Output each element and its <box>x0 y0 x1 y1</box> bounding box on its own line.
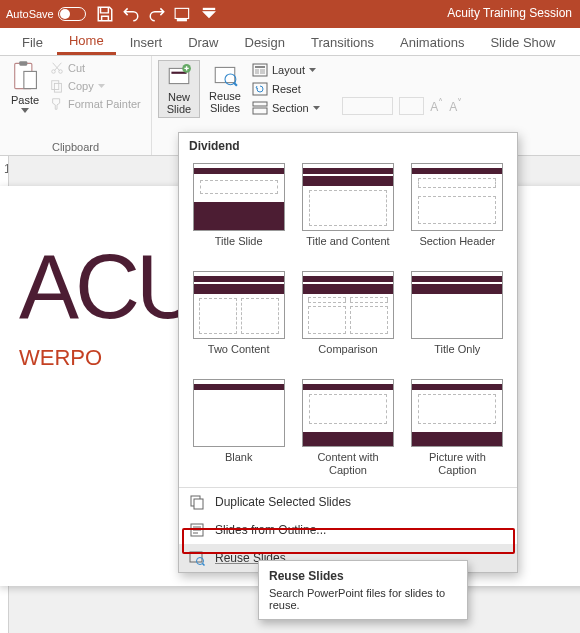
reuse-slides-tooltip: Reuse Slides Search PowerPoint files for… <box>258 560 468 620</box>
reuse-slides-button[interactable]: Reuse Slides <box>204 60 246 118</box>
cut-label: Cut <box>68 62 85 74</box>
brush-icon <box>50 97 64 111</box>
gallery-theme-name: Dividend <box>179 133 517 157</box>
reset-button[interactable]: Reset <box>250 81 322 97</box>
svg-rect-14 <box>255 66 265 68</box>
tab-home[interactable]: Home <box>57 28 116 55</box>
svg-rect-0 <box>175 8 189 18</box>
outline-label: Slides from Outline... <box>215 523 326 537</box>
title-bar: AutoSave Acuity Training Session <box>0 0 580 28</box>
tooltip-title: Reuse Slides <box>269 569 457 583</box>
clipboard-group-label: Clipboard <box>6 141 145 155</box>
layout-button[interactable]: Layout <box>250 62 322 78</box>
tab-slideshow[interactable]: Slide Show <box>478 30 567 55</box>
duplicate-label: Duplicate Selected Slides <box>215 495 351 509</box>
undo-icon[interactable] <box>122 5 140 23</box>
format-painter-label: Format Painter <box>68 98 141 110</box>
svg-rect-5 <box>24 71 37 88</box>
svg-rect-17 <box>253 83 267 95</box>
svg-rect-19 <box>253 108 267 114</box>
qat-more-icon[interactable] <box>200 5 218 23</box>
layout-icon <box>252 63 268 77</box>
copy-icon <box>50 79 64 93</box>
section-button[interactable]: Section <box>250 100 322 116</box>
start-from-beginning-icon[interactable] <box>174 5 192 23</box>
layout-picture-with-caption[interactable]: Picture with Caption <box>410 379 505 477</box>
svg-rect-23 <box>190 552 202 562</box>
reuse-slides-label: Reuse Slides <box>209 90 241 114</box>
svg-rect-2 <box>203 8 214 9</box>
redo-icon[interactable] <box>148 5 166 23</box>
layout-content-with-caption[interactable]: Content with Caption <box>300 379 395 477</box>
layout-title-only[interactable]: Title Only <box>410 271 505 369</box>
outline-icon <box>189 522 205 538</box>
new-slide-button[interactable]: New Slide <box>158 60 200 118</box>
tab-insert[interactable]: Insert <box>118 30 175 55</box>
copy-label: Copy <box>68 80 94 92</box>
reuse-slides-icon <box>212 62 238 88</box>
clipboard-icon <box>11 60 39 92</box>
autosave-label: AutoSave <box>6 8 54 20</box>
scissors-icon <box>50 61 64 75</box>
quick-access-toolbar <box>96 5 218 23</box>
section-icon <box>252 101 268 115</box>
slides-from-outline-item[interactable]: Slides from Outline... <box>179 516 517 544</box>
tab-draw[interactable]: Draw <box>176 30 230 55</box>
layout-section-header[interactable]: Section Header <box>410 163 505 261</box>
ribbon-tabs: File Home Insert Draw Design Transitions… <box>0 28 580 56</box>
chevron-down-icon <box>313 106 320 110</box>
reset-icon <box>252 82 268 96</box>
autosave-toggle[interactable]: AutoSave <box>6 7 86 21</box>
layout-title-and-content[interactable]: Title and Content <box>300 163 395 261</box>
svg-rect-21 <box>194 499 203 509</box>
chevron-down-icon <box>309 68 316 72</box>
svg-rect-4 <box>19 61 27 66</box>
svg-rect-16 <box>260 69 265 74</box>
layout-comparison[interactable]: Comparison <box>300 271 395 369</box>
duplicate-icon <box>189 494 205 510</box>
tab-design[interactable]: Design <box>233 30 297 55</box>
layout-label: Layout <box>272 64 305 76</box>
svg-rect-6 <box>52 81 59 90</box>
reuse-icon <box>189 550 205 566</box>
section-label: Section <box>272 102 309 114</box>
duplicate-slides-item[interactable]: Duplicate Selected Slides <box>179 488 517 516</box>
svg-rect-1 <box>177 20 186 21</box>
new-slide-label: New Slide <box>167 91 191 115</box>
document-title: Acuity Training Session <box>447 6 572 20</box>
toggle-off-icon <box>58 7 86 21</box>
tab-animations[interactable]: Animations <box>388 30 476 55</box>
tab-transitions[interactable]: Transitions <box>299 30 386 55</box>
save-icon[interactable] <box>96 5 114 23</box>
new-slide-icon <box>166 63 192 89</box>
paste-button[interactable]: Paste <box>6 60 44 113</box>
new-slide-gallery: Dividend Title Slide Title and Content S… <box>178 132 518 573</box>
chevron-down-icon <box>21 108 29 113</box>
layout-title-slide[interactable]: Title Slide <box>191 163 286 261</box>
paste-label: Paste <box>11 94 39 106</box>
tab-file[interactable]: File <box>10 30 55 55</box>
svg-rect-18 <box>253 102 267 106</box>
cut-button[interactable]: Cut <box>48 60 143 76</box>
format-painter-button[interactable]: Format Painter <box>48 96 143 112</box>
reset-label: Reset <box>272 83 301 95</box>
svg-rect-15 <box>255 69 259 74</box>
layout-two-content[interactable]: Two Content <box>191 271 286 369</box>
tooltip-body: Search PowerPoint files for slides to re… <box>269 587 457 611</box>
layout-blank[interactable]: Blank <box>191 379 286 477</box>
copy-button[interactable]: Copy <box>48 78 143 94</box>
chevron-down-icon <box>98 84 105 88</box>
svg-rect-7 <box>54 83 61 92</box>
